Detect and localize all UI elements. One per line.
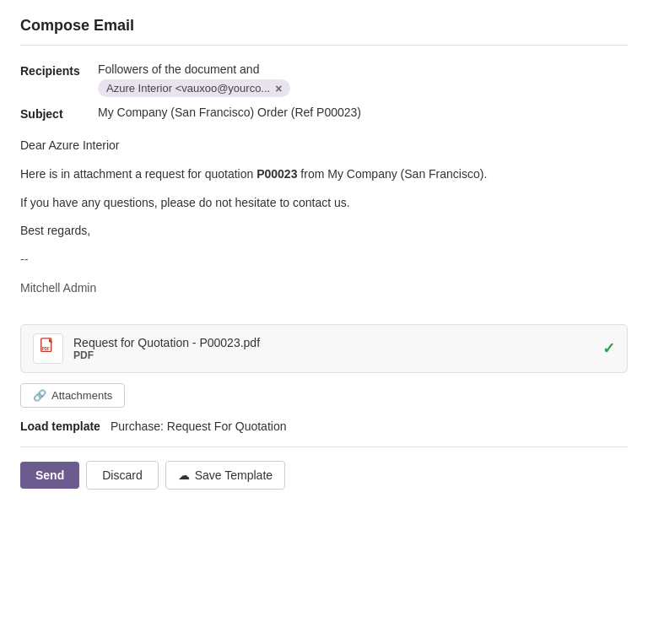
body-line1-after: from My Company (San Francisco).	[297, 167, 487, 181]
load-template-value[interactable]: Purchase: Request For Quotation	[111, 419, 287, 433]
send-button[interactable]: Send	[20, 462, 79, 489]
footer-actions: Send Discard ☁ Save Template	[20, 461, 628, 490]
discard-button[interactable]: Discard	[86, 461, 158, 490]
attachments-button[interactable]: 🔗 Attachments	[20, 383, 125, 408]
load-template-label: Load template	[20, 419, 100, 433]
signature: -- Mitchell Admin	[20, 250, 628, 299]
attachment-filename: Request for Quotation - P00023.pdf	[73, 336, 602, 349]
paperclip-icon: 🔗	[33, 389, 46, 402]
body-line1: Here is in attachment a request for quot…	[20, 165, 628, 185]
compose-email-panel: Compose Email Recipients Followers of th…	[0, 0, 648, 506]
recipient-tag-close[interactable]: ×	[275, 83, 282, 95]
attachments-button-label: Attachments	[51, 389, 112, 402]
attachment-check-icon: ✓	[602, 339, 615, 358]
page-title: Compose Email	[20, 17, 628, 35]
email-body: Dear Azure Interior Here is in attachmen…	[20, 129, 628, 314]
pdf-icon: PDF	[39, 337, 57, 360]
body-line2: If you have any questions, please do not…	[20, 193, 628, 214]
svg-text:PDF: PDF	[42, 347, 50, 351]
body-greeting: Dear Azure Interior	[20, 136, 628, 156]
recipients-area: Followers of the document and Azure Inte…	[98, 62, 628, 97]
cloud-upload-icon: ☁	[178, 468, 190, 482]
subject-row: Subject My Company (San Francisco) Order…	[20, 106, 628, 121]
signature-name: Mitchell Admin	[20, 279, 628, 299]
body-line3: Best regards,	[20, 221, 628, 241]
save-template-button[interactable]: ☁ Save Template	[165, 461, 285, 490]
load-template-row: Load template Purchase: Request For Quot…	[20, 419, 628, 447]
body-line1-before: Here is in attachment a request for quot…	[20, 167, 256, 181]
recipient-tag-name: Azure Interior <vauxoo@yourco...	[106, 82, 270, 95]
attachment-area: PDF Request for Quotation - P00023.pdf P…	[20, 324, 628, 373]
title-divider	[20, 45, 628, 46]
signature-separator: --	[20, 250, 628, 270]
recipient-tag[interactable]: Azure Interior <vauxoo@yourco... ×	[98, 79, 290, 97]
subject-label: Subject	[20, 106, 88, 121]
body-line1-bold: P00023	[256, 167, 297, 181]
attachment-type: PDF	[73, 349, 602, 361]
subject-value: My Company (San Francisco) Order (Ref P0…	[98, 106, 628, 119]
attachment-info: Request for Quotation - P00023.pdf PDF	[73, 336, 602, 361]
recipients-row: Recipients Followers of the document and…	[20, 62, 628, 97]
save-template-label: Save Template	[195, 468, 273, 482]
recipients-label: Recipients	[20, 62, 88, 78]
attachment-icon-wrapper: PDF	[33, 333, 63, 364]
recipients-text: Followers of the document and	[98, 62, 628, 76]
